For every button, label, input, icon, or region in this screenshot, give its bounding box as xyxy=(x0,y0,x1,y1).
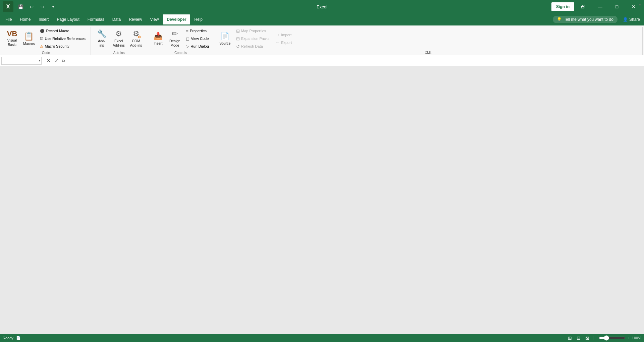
lightbulb-icon: 💡 xyxy=(557,17,562,22)
menu-item-page-layout[interactable]: Page Layout xyxy=(53,14,83,24)
macro-security-label: Macro Security xyxy=(45,44,69,48)
visual-basic-button[interactable]: VB VisualBasic xyxy=(4,27,20,50)
expansion-packs-button[interactable]: ⊟ Expansion Packs xyxy=(234,35,272,42)
add-ins-button[interactable]: 🔧 Add-ins xyxy=(94,27,110,50)
com-add-ins-icon-wrap: ⚙ ⚙ xyxy=(133,30,140,38)
export-label: Export xyxy=(281,41,292,45)
menu-item-insert[interactable]: Insert xyxy=(35,14,53,24)
qat-undo-button[interactable]: ↩ xyxy=(27,2,36,11)
name-box-input[interactable] xyxy=(3,58,40,63)
properties-label: Properties xyxy=(190,29,207,33)
menu-item-review[interactable]: Review xyxy=(125,14,146,24)
qat-dropdown-button[interactable]: ▾ xyxy=(48,2,58,11)
source-icon: 📄 xyxy=(220,32,229,41)
visual-basic-icon: VB xyxy=(7,30,17,38)
view-code-button[interactable]: ◻ View Code xyxy=(183,35,211,42)
record-macro-icon: ⚫ xyxy=(40,29,45,33)
menu-item-view[interactable]: View xyxy=(146,14,163,24)
macro-security-button[interactable]: ⚠ Macro Security xyxy=(38,43,88,50)
formula-input[interactable] xyxy=(67,57,643,65)
menu-item-file[interactable]: File xyxy=(1,14,16,24)
share-label: Share xyxy=(629,17,640,22)
menu-item-developer[interactable]: Developer xyxy=(163,14,190,24)
ribbon-collapse-button[interactable]: ▲ xyxy=(637,1,643,7)
qat-redo-button[interactable]: ↪ xyxy=(38,2,47,11)
design-mode-button[interactable]: ✏ DesignMode xyxy=(167,27,183,50)
properties-button[interactable]: ≡ Properties xyxy=(183,27,211,35)
com-add-ins-label: COMAdd-ins xyxy=(130,39,142,47)
export-button[interactable]: ← Export xyxy=(273,39,294,46)
insert-control-button[interactable]: 📥 Insert xyxy=(150,27,166,50)
menu-item-data[interactable]: Data xyxy=(108,14,125,24)
app-title: Excel xyxy=(317,4,327,9)
code-small-buttons: ⚫ Record Macro ☑ Use Relative References… xyxy=(38,27,88,50)
excel-add-ins-icon: ⚙ xyxy=(115,30,122,38)
qat-save-button[interactable]: 💾 xyxy=(16,2,25,11)
run-dialog-button[interactable]: ▷ Run Dialog xyxy=(183,43,211,50)
formula-bar-separator xyxy=(43,57,43,64)
insert-control-icon: 📥 xyxy=(154,32,163,41)
controls-group-label: Controls xyxy=(150,50,211,56)
status-bar-right: ⊞ ⊟ ⊠ − + 100% xyxy=(566,334,641,342)
add-ins-label: Add-ins xyxy=(98,39,105,47)
refresh-data-button[interactable]: ↺ Refresh Data xyxy=(234,43,272,50)
refresh-data-label: Refresh Data xyxy=(241,44,263,48)
record-macro-button[interactable]: ⚫ Record Macro xyxy=(38,27,88,35)
use-relative-refs-button[interactable]: ☑ Use Relative References xyxy=(38,35,88,42)
menu-item-formulas[interactable]: Formulas xyxy=(84,14,108,24)
run-dialog-icon: ▷ xyxy=(186,44,189,49)
title-bar-left: X 💾 ↩ ↪ ▾ xyxy=(3,1,58,12)
xml-small-col1: ⊞ Map Properties ⊟ Expansion Packs ↺ Ref… xyxy=(234,27,272,50)
com-overlay-icon: ⚙ xyxy=(138,35,141,39)
source-button[interactable]: 📄 Source xyxy=(217,27,233,50)
share-button[interactable]: 👤 Share xyxy=(620,16,643,23)
status-bar-left: Ready 📄 xyxy=(3,336,21,340)
excel-logo-icon: X xyxy=(3,1,13,12)
tell-me-input[interactable]: 💡 Tell me what you want to do xyxy=(553,16,618,23)
add-ins-icon: 🔧 xyxy=(97,30,106,38)
macros-button[interactable]: 📋 Macros xyxy=(21,27,37,50)
import-button[interactable]: → Import xyxy=(273,31,294,39)
menu-bar: File Home Insert Page Layout Formulas Da… xyxy=(0,13,644,25)
menu-item-home[interactable]: Home xyxy=(16,14,35,24)
restore-button[interactable]: 🗗 xyxy=(576,1,591,12)
import-label: Import xyxy=(281,33,291,37)
zoom-slider[interactable] xyxy=(599,335,626,341)
import-icon: → xyxy=(275,32,280,37)
view-page-layout-button[interactable]: ⊟ xyxy=(575,334,582,342)
sign-in-button[interactable]: Sign in xyxy=(551,2,574,11)
sheet-icon: 📄 xyxy=(16,336,21,340)
status-bar: Ready 📄 ⊞ ⊟ ⊠ − + 100% xyxy=(0,334,644,342)
export-icon: ← xyxy=(275,40,280,45)
use-relative-refs-label: Use Relative References xyxy=(45,37,86,41)
use-relative-refs-icon: ☑ xyxy=(40,37,43,41)
record-macro-label: Record Macro xyxy=(46,29,69,33)
view-normal-button[interactable]: ⊞ xyxy=(566,334,574,342)
name-box[interactable]: ▾ xyxy=(1,57,42,65)
design-mode-label: DesignMode xyxy=(169,39,180,47)
status-bar-divider xyxy=(593,336,593,340)
zoom-plus-icon: + xyxy=(627,336,629,340)
code-group-label: Code xyxy=(4,50,88,56)
title-bar: X 💾 ↩ ↪ ▾ Excel Sign in 🗗 — □ ✕ xyxy=(0,0,644,13)
menu-item-help[interactable]: Help xyxy=(190,14,207,24)
minimize-button[interactable]: — xyxy=(592,1,608,12)
map-properties-button[interactable]: ⊞ Map Properties xyxy=(234,27,272,35)
maximize-button[interactable]: □ xyxy=(609,1,625,12)
xml-group-label: XML xyxy=(217,50,640,56)
properties-icon: ≡ xyxy=(186,28,189,34)
formula-confirm-button[interactable]: ✓ xyxy=(53,57,61,65)
macros-icon: 📋 xyxy=(24,32,34,41)
run-dialog-label: Run Dialog xyxy=(191,44,209,48)
view-page-break-button[interactable]: ⊠ xyxy=(584,334,591,342)
com-add-ins-button[interactable]: ⚙ ⚙ COMAdd-ins xyxy=(128,27,145,50)
zoom-level: 100% xyxy=(632,336,641,340)
excel-add-ins-button[interactable]: ⚙ ExcelAdd-ins xyxy=(110,27,127,50)
formula-cancel-button[interactable]: ✕ xyxy=(45,57,53,65)
refresh-data-icon: ↺ xyxy=(236,44,240,49)
macro-security-icon: ⚠ xyxy=(40,44,43,49)
ribbon-group-xml: 📄 Source ⊞ Map Properties ⊟ Expansion Pa… xyxy=(214,27,643,55)
ribbon: VB VisualBasic 📋 Macros ⚫ Record Macro ☑ xyxy=(0,25,644,55)
add-ins-group-label: Add-ins xyxy=(94,50,144,56)
ready-status: Ready xyxy=(3,336,13,340)
